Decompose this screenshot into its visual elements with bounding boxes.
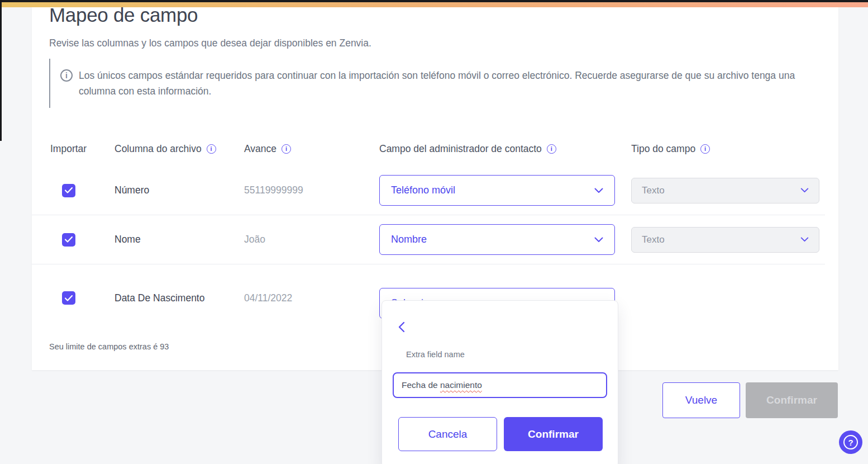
- type-select-cell: Texto: [631, 227, 825, 253]
- import-checkbox[interactable]: [62, 184, 75, 197]
- contact-field-value: Nombre: [391, 234, 427, 245]
- avance-info-icon[interactable]: i: [282, 144, 291, 154]
- field-select-cell: Nombre: [379, 224, 631, 255]
- extra-fields-limit: Seu limite de campos extras é 93: [49, 342, 169, 351]
- header-campo-label: Campo del administrador de contacto: [379, 143, 542, 155]
- table-row: Número 55119999999 Teléfono móvil Texto: [32, 166, 825, 215]
- info-note: i Los únicos campos estándar requeridos …: [49, 59, 826, 108]
- import-checkbox-cell: [50, 233, 115, 247]
- chevron-down-icon: [594, 188, 603, 193]
- chevron-down-icon: [594, 237, 603, 243]
- contact-field-select[interactable]: Nombre: [379, 224, 615, 255]
- window-left-edge: [0, 0, 2, 141]
- field-type-value: Texto: [642, 185, 665, 196]
- field-type-value: Texto: [642, 234, 665, 245]
- field-type-select[interactable]: Texto: [631, 178, 819, 203]
- header-importar: Importar: [50, 143, 115, 155]
- preview-value: 04/11/2022: [244, 292, 379, 304]
- header-importar-label: Importar: [50, 143, 87, 155]
- header-campo: Campo del administrador de contacto i: [379, 143, 631, 155]
- header-avance: Avance i: [244, 143, 379, 155]
- preview-value: João: [244, 234, 379, 245]
- header-avance-label: Avance: [244, 143, 276, 155]
- back-button[interactable]: [396, 321, 408, 333]
- extra-field-popover: Extra field name Fecha de nacimiento Can…: [381, 300, 618, 464]
- import-checkbox-cell: [50, 184, 115, 197]
- page-subtitle: Revise las columnas y los campos que des…: [49, 37, 371, 49]
- extra-field-input-misspelled: nacimiento: [440, 380, 482, 390]
- header-tipo-label: Tipo do campo: [631, 143, 695, 155]
- field-type-select[interactable]: Texto: [631, 227, 819, 253]
- header-columna-label: Columna do archivo: [115, 143, 202, 155]
- table-header-row: Importar Columna do archivo i Avance i C…: [32, 131, 825, 166]
- tipo-info-icon[interactable]: i: [700, 144, 710, 154]
- preview-value: 55119999999: [244, 184, 379, 196]
- info-note-text: Los únicos campos estándar requeridos pa…: [79, 68, 822, 99]
- check-icon: [65, 236, 73, 243]
- popover-confirm-button[interactable]: Confirmar: [504, 417, 603, 451]
- file-column-name: Número: [115, 184, 244, 196]
- contact-field-select[interactable]: Teléfono móvil: [379, 175, 615, 206]
- page-title: Mapeo de campo: [49, 7, 198, 26]
- extra-field-input-text: Fecha de: [402, 380, 440, 390]
- header-tipo: Tipo do campo i: [631, 143, 825, 155]
- popover-buttons: Cancela Confirmar: [398, 417, 603, 451]
- import-checkbox[interactable]: [62, 291, 75, 305]
- table-row: Nome João Nombre Texto: [32, 215, 825, 264]
- field-select-cell: Teléfono móvil: [379, 175, 631, 206]
- type-select-cell: Texto: [631, 178, 825, 203]
- chevron-down-icon: [800, 237, 809, 242]
- field-mapping-page: Mapeo de campo Revise las columnas y los…: [0, 0, 868, 464]
- extra-field-input[interactable]: Fecha de nacimiento: [393, 372, 607, 398]
- brand-gradient-bar: [0, 2, 868, 7]
- cancel-button[interactable]: Cancela: [398, 417, 497, 451]
- campo-info-icon[interactable]: i: [547, 144, 556, 154]
- file-column-name: Data De Nascimento: [115, 292, 244, 304]
- back-footer-button[interactable]: Vuelve: [662, 382, 740, 418]
- header-columna: Columna do archivo i: [115, 143, 244, 155]
- help-button[interactable]: ?: [839, 430, 862, 454]
- extra-field-label: Extra field name: [406, 350, 465, 359]
- chevron-down-icon: [800, 188, 809, 193]
- contact-field-value: Teléfono móvil: [391, 184, 455, 196]
- columna-info-icon[interactable]: i: [207, 144, 216, 154]
- question-mark-icon: ?: [843, 435, 858, 449]
- file-column-name: Nome: [115, 234, 244, 245]
- check-icon: [65, 295, 73, 301]
- confirm-footer-button-disabled[interactable]: Confirmar: [746, 382, 838, 418]
- chevron-left-icon: [396, 321, 408, 333]
- info-icon: i: [60, 69, 73, 82]
- import-checkbox-cell: [50, 291, 115, 305]
- check-icon: [65, 187, 73, 193]
- import-checkbox[interactable]: [62, 233, 75, 247]
